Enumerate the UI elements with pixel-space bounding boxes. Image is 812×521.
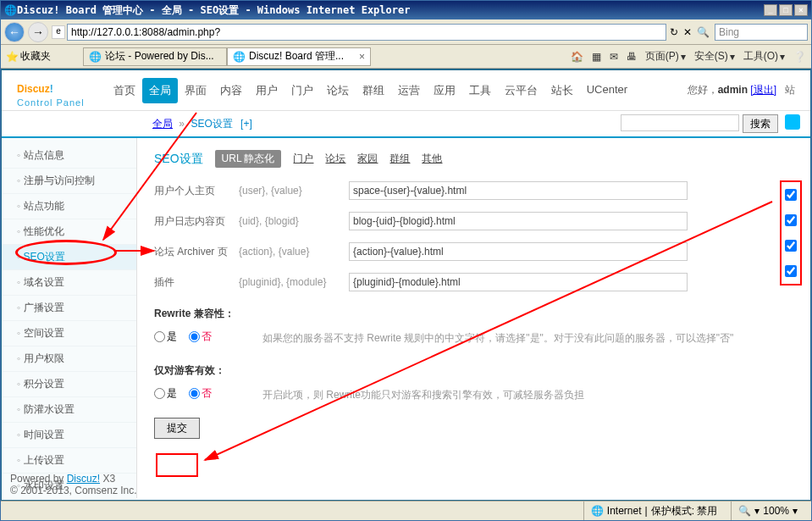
safety-menu[interactable]: 安全(S) ▾: [694, 49, 735, 64]
row-input-1[interactable]: [349, 212, 688, 230]
checkbox-column: [780, 180, 802, 285]
guest-yes[interactable]: 是: [154, 386, 177, 401]
sidebar-item-7[interactable]: 空间设置: [2, 321, 136, 346]
sidebar-item-6[interactable]: 广播设置: [2, 296, 136, 321]
main-panel: SEO设置 URL 静态化 门户论坛家园群组其他 用户个人主页{user}, {…: [137, 138, 810, 498]
page-icon: e: [52, 25, 65, 39]
row-input-2[interactable]: [349, 242, 688, 261]
row-vars-0: {user}, {value}: [239, 185, 349, 197]
topnav-9[interactable]: 应用: [427, 78, 462, 103]
forward-button[interactable]: →: [28, 22, 48, 42]
topnav-3[interactable]: 内容: [213, 78, 249, 103]
star-icon: ⭐: [6, 51, 19, 63]
breadcrumb-root[interactable]: 全局: [152, 118, 173, 130]
row-input-0[interactable]: [349, 181, 688, 200]
row-label-1: 用户日志内容页: [154, 214, 239, 229]
topnav-7[interactable]: 群组: [356, 78, 391, 103]
feeds-icon[interactable]: ▦: [592, 51, 601, 63]
print-icon[interactable]: 🖶: [627, 51, 637, 63]
sidebar-item-9[interactable]: 积分设置: [2, 372, 136, 397]
favorites-button[interactable]: ⭐ 收藏夹: [6, 49, 51, 64]
panel-tabs: SEO设置 URL 静态化 门户论坛家园群组其他: [154, 150, 793, 168]
ie-icon: 🌐: [89, 51, 102, 63]
close-tab-icon[interactable]: ×: [359, 51, 365, 63]
home-icon[interactable]: 🏠: [571, 51, 583, 63]
compat-yes[interactable]: 是: [154, 330, 177, 344]
sidebar-item-1[interactable]: 注册与访问控制: [2, 169, 136, 194]
row-vars-2: {action}, {value}: [239, 246, 349, 258]
status-bar: 🌐 Internet | 保护模式: 禁用 🔍▾ 100% ▾: [1, 501, 811, 520]
setting-row-1: 用户日志内容页{uid}, {blogid}: [154, 212, 793, 230]
help-icon[interactable]: ❔: [793, 51, 806, 63]
stop-icon[interactable]: ✕: [683, 26, 692, 38]
page-menu[interactable]: 页面(P) ▾: [645, 49, 686, 64]
admin-search-input[interactable]: [621, 114, 739, 131]
panel-tab-3[interactable]: 群组: [389, 152, 410, 164]
sidebar-item-0[interactable]: 站点信息: [2, 143, 136, 169]
sidebar-item-8[interactable]: 用户权限: [2, 346, 136, 372]
sidebar-item-2[interactable]: 站点功能: [2, 194, 136, 219]
topnav-4[interactable]: 用户: [249, 78, 284, 103]
sidebar-item-3[interactable]: 性能优化: [2, 219, 136, 245]
row-label-3: 插件: [154, 275, 239, 290]
sidebar-item-4[interactable]: SEO设置: [2, 245, 136, 270]
toolbar: ⭐ 收藏夹 🌐 论坛 - Powered by Dis... 🌐 Discuz!…: [1, 45, 811, 69]
refresh-icon[interactable]: ↻: [670, 26, 678, 38]
admin-search-button[interactable]: 搜索: [743, 114, 778, 133]
submit-button[interactable]: 提交: [154, 418, 200, 439]
browser-search-input[interactable]: [715, 24, 808, 41]
sidebar-item-10[interactable]: 防灌水设置: [2, 397, 136, 423]
topnav-13[interactable]: UCenter: [580, 78, 634, 103]
topnav-6[interactable]: 论坛: [320, 78, 356, 103]
logo-subtitle: Control Panel: [17, 97, 85, 108]
close-button[interactable]: ×: [794, 4, 808, 16]
guest-hint: 开启此项，则 Rewrite功能只对游客和搜索引擎有效，可减轻服务器负担: [262, 386, 793, 405]
back-button[interactable]: ←: [4, 22, 25, 42]
sidebar-item-12[interactable]: 上传设置: [2, 448, 136, 474]
tools-menu[interactable]: 工具(O) ▾: [743, 49, 785, 64]
guest-title: 仅对游客有效：: [154, 363, 793, 378]
topnav-8[interactable]: 运营: [391, 78, 427, 103]
maximize-button[interactable]: □: [779, 4, 793, 16]
address-input[interactable]: [67, 24, 666, 41]
compat-title: Rewrite 兼容性：: [154, 307, 793, 321]
sidebar-item-5[interactable]: 域名设置: [2, 270, 136, 296]
topnav-12[interactable]: 站长: [544, 78, 580, 103]
breadcrumb: 全局 » SEO设置 [+]: [152, 117, 252, 131]
topnav-2[interactable]: 界面: [178, 78, 213, 103]
sidebar-item-11[interactable]: 时间设置: [2, 423, 136, 448]
footer-credits: Powered by Discuz! X3 © 2001-2013, Comse…: [10, 473, 137, 496]
enable-row-1[interactable]: [785, 214, 797, 226]
compat-no[interactable]: 否: [189, 330, 212, 344]
topnav-11[interactable]: 云平台: [498, 78, 544, 103]
navigation-bar: ← → e ↻ ✕ 🔍: [1, 19, 811, 45]
enable-row-3[interactable]: [785, 265, 797, 277]
zoom-icon: 🔍: [738, 505, 751, 517]
enable-row-0[interactable]: [785, 189, 797, 201]
browser-tab-0[interactable]: 🌐 论坛 - Powered by Dis...: [83, 47, 227, 66]
panel-tab-0[interactable]: 门户: [293, 152, 313, 164]
guest-no[interactable]: 否: [189, 386, 212, 401]
row-input-3[interactable]: [349, 273, 688, 291]
topnav-0[interactable]: 首页: [107, 78, 142, 103]
breadcrumb-plus[interactable]: [+]: [240, 118, 252, 130]
globe-icon: 🌐: [591, 505, 604, 517]
window-title: Discuz! Board 管理中心 - 全局 - SEO设置 - Window…: [17, 3, 764, 18]
topnav-1[interactable]: 全局: [142, 78, 178, 103]
panel-tab-1[interactable]: 论坛: [325, 152, 345, 164]
panel-tab-4[interactable]: 其他: [422, 152, 442, 164]
discuz-link[interactable]: Discuz!: [67, 473, 100, 485]
row-vars-3: {pluginid}, {module}: [239, 276, 349, 288]
minimize-button[interactable]: _: [764, 4, 777, 16]
ie-icon: 🌐: [233, 51, 246, 63]
status-zoom[interactable]: 🔍▾ 100% ▾: [731, 502, 804, 520]
setting-row-0: 用户个人主页{user}, {value}: [154, 181, 793, 200]
blue-action-icon[interactable]: [785, 114, 800, 130]
topnav-10[interactable]: 工具: [462, 78, 498, 103]
mail-icon[interactable]: ✉: [610, 51, 618, 63]
enable-row-2[interactable]: [785, 240, 797, 252]
browser-tab-1[interactable]: 🌐 Discuz! Board 管理... ×: [227, 47, 371, 66]
topnav-5[interactable]: 门户: [284, 78, 320, 103]
panel-tab-2[interactable]: 家园: [357, 152, 378, 164]
logout-link[interactable]: [退出]: [750, 84, 776, 96]
